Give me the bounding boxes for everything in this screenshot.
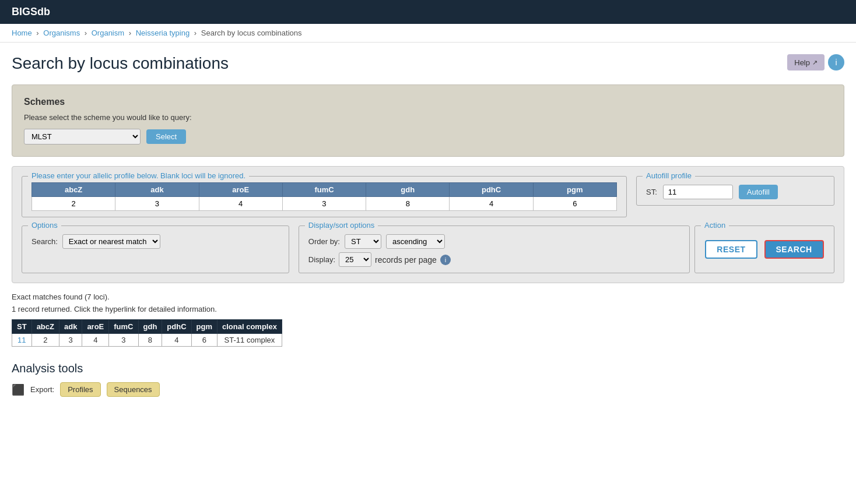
breadcrumb-organism[interactable]: Organism [92,29,124,37]
select-button[interactable]: Select [146,129,186,144]
reset-button[interactable]: RESET [705,240,757,259]
order-row: Order by: ST abcZ adk aroE ascending des… [308,234,680,249]
result-col-st: ST [12,320,32,334]
export-row: ⬛ Export: Profiles Sequences [12,382,844,397]
allele-val-abcz[interactable] [32,197,115,211]
allele-input-fumc[interactable] [313,199,336,208]
result-col-abcz: abcZ [31,320,59,334]
search-label: Search: [31,237,58,246]
result-pgm-value: 6 [191,334,217,347]
search-button[interactable]: SEARCH [764,240,824,259]
breadcrumb-neisseria[interactable]: Neisseria typing [136,29,190,37]
action-legend: Action [701,221,729,230]
st-label: ST: [646,188,657,196]
allele-val-pdhc[interactable] [450,197,533,211]
breadcrumb-home[interactable]: Home [12,29,32,37]
allele-col-pdhc: pdhC [450,183,533,197]
allele-input-aroe[interactable] [229,199,252,208]
autofill-section-container: Autofill profile ST: Autofill [636,176,834,214]
result-col-fumc: fumC [109,320,138,334]
record-text: 1 record returned. Click the hyperlink f… [12,305,844,313]
result-aroe-value: 4 [82,334,109,347]
scheme-select-row: MLST Select [24,129,832,144]
help-label: Help [794,58,810,67]
breadcrumb-organisms[interactable]: Organisms [43,29,80,37]
analysis-section: Analysis tools ⬛ Export: Profiles Sequen… [12,362,844,397]
scheme-select[interactable]: MLST [24,129,141,144]
result-col-clonal: clonal complex [217,320,282,334]
allele-input-pgm[interactable] [563,199,587,208]
display-select[interactable]: 10 25 50 100 [339,252,371,267]
allele-fieldset: Please enter your allelic profile below.… [22,176,627,217]
allele-input-adk[interactable] [145,199,169,208]
autofill-row: ST: Autofill [646,185,825,199]
result-col-pdhc: pdhC [162,320,191,334]
records-info-icon[interactable]: i [440,255,451,265]
allele-col-adk: adk [115,183,199,197]
order-by-select[interactable]: ST abcZ adk aroE [345,234,381,249]
action-fieldset: Action RESET SEARCH [694,225,834,273]
result-col-gdh: gdh [138,320,162,334]
allele-col-pgm: pgm [533,183,616,197]
allele-val-adk[interactable] [115,197,199,211]
main-content: Help ↗ i Search by locus combinations Sc… [0,43,856,408]
display-label: Display: [308,255,335,264]
result-abcz-value: 2 [31,334,59,347]
allele-col-aroe: aroE [199,183,282,197]
result-col-pgm: pgm [191,320,217,334]
st-link[interactable]: 11 [17,336,26,344]
allele-table: abcZ adk aroE fumC gdh pdhC pgm [31,182,617,211]
display-row: Display: 10 25 50 100 records per page i [308,252,680,267]
match-text: Exact matches found (7 loci). [12,292,844,301]
allele-input-pdhc[interactable] [480,199,503,208]
result-col-aroe: aroE [82,320,109,334]
result-st-value[interactable]: 11 [12,334,32,347]
schemes-title: Schemes [24,97,832,107]
export-label: Export: [30,385,54,394]
result-pdhc-value: 4 [162,334,191,347]
breadcrumb-sep-2: › [85,29,87,37]
st-input[interactable] [663,185,733,199]
search-row: Search: Exact or nearest match Exact mat… [31,234,279,249]
export-icon: ⬛ [12,383,24,396]
breadcrumb-current: Search by locus combinations [201,29,302,37]
options-fieldset: Options Search: Exact or nearest match E… [22,225,289,273]
allele-input-abcz[interactable] [62,199,85,208]
allele-val-fumc[interactable] [282,197,366,211]
allele-val-pgm[interactable] [533,197,616,211]
allele-input-gdh[interactable] [396,199,419,208]
app-title: BIGSdb [12,6,50,17]
autofill-fieldset: Autofill profile ST: Autofill [636,176,834,206]
records-per-page-label: records per page [375,255,437,265]
direction-select[interactable]: ascending descending [386,234,445,249]
display-sort-fieldset: Display/sort options Order by: ST abcZ a… [299,225,690,273]
export-profiles-button[interactable]: Profiles [60,382,100,397]
breadcrumb: Home › Organisms › Organism › Neisseria … [0,24,856,43]
result-clonal-value: ST-11 complex [217,334,282,347]
info-button[interactable]: i [828,54,844,71]
result-col-adk: adk [59,320,82,334]
result-adk-value: 3 [59,334,82,347]
results-table: ST abcZ adk aroE fumC gdh pdhC pgm clona… [12,319,282,347]
allelic-panel: Please enter your allelic profile below.… [12,166,844,283]
export-sequences-button[interactable]: Sequences [107,382,160,397]
results-section: Exact matches found (7 loci). 1 record r… [12,292,844,356]
schemes-panel: Schemes Please select the scheme you wou… [12,84,844,157]
schemes-description: Please select the scheme you would like … [24,113,832,122]
breadcrumb-sep-4: › [194,29,197,37]
external-link-icon: ↗ [812,59,818,66]
allele-val-aroe[interactable] [199,197,282,211]
help-button[interactable]: Help ↗ [787,54,825,71]
allele-col-fumc: fumC [282,183,366,197]
allele-val-gdh[interactable] [366,197,450,211]
autofill-legend: Autofill profile [643,171,695,180]
allele-entry-section: Please enter your allelic profile below.… [22,176,627,225]
info-icon: i [835,58,837,67]
analysis-title: Analysis tools [12,362,844,375]
order-by-label: Order by: [308,237,340,246]
table-row: 11 2 3 4 3 8 4 6 ST-11 complex [12,334,282,347]
result-gdh-value: 8 [138,334,162,347]
autofill-button[interactable]: Autofill [739,185,778,199]
bottom-options: Options Search: Exact or nearest match E… [22,225,834,273]
search-select[interactable]: Exact or nearest match Exact match only [62,234,160,249]
